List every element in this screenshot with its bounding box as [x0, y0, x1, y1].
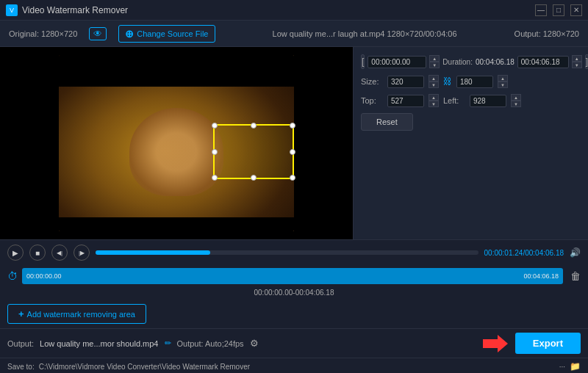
top-up[interactable]: ▲ [429, 94, 439, 101]
svg-marker-0 [483, 335, 508, 352]
output-filename: Low quality me...mor should.mp4 [40, 339, 158, 348]
play-button[interactable]: ▶ [7, 245, 24, 261]
add-watermark-button[interactable]: + Add watermark removing area [7, 304, 146, 324]
frame-back-button[interactable]: ◀| [51, 245, 68, 261]
timeline-icon: ⏱ [7, 270, 18, 282]
add-watermark-section: + Add watermark removing area [0, 300, 588, 328]
eye-icon: 👁 [93, 29, 102, 39]
duration-label: Duration: [442, 58, 473, 66]
title-bar: V Video Watermark Remover — □ ✕ [0, 0, 588, 21]
reset-button[interactable]: Reset [361, 113, 413, 131]
close-button[interactable]: ✕ [570, 4, 582, 16]
output-settings-label: Output: Auto;24fps [177, 339, 244, 348]
video-preview [0, 47, 353, 239]
height-down[interactable]: ▼ [498, 82, 508, 88]
end-time-down[interactable]: ▼ [572, 62, 582, 68]
left-input[interactable] [470, 95, 506, 107]
handle-bottom-left[interactable] [212, 175, 218, 181]
left-up[interactable]: ▲ [511, 94, 521, 101]
add-watermark-label: Add watermark removing area [27, 310, 135, 319]
handle-bottom-mid[interactable] [251, 175, 257, 181]
handle-mid-right[interactable] [290, 149, 295, 155]
delete-timeline-button[interactable]: 🗑 [570, 270, 581, 282]
bottom-bar: Output: Low quality me...mor should.mp4 … [0, 328, 588, 358]
export-button[interactable]: Export [515, 333, 581, 354]
playback-section: ▶ ■ ◀| |▶ 00:00:01.24/00:04:06.18 🔊 [0, 239, 588, 265]
timeline-end-time: 00:04:06.18 [523, 272, 559, 280]
time-display: 00:00:01.24/00:04:06.18 [484, 249, 564, 257]
width-down[interactable]: ▼ [429, 82, 439, 88]
width-up[interactable]: ▲ [429, 75, 439, 82]
width-input[interactable] [387, 76, 424, 88]
more-options-button[interactable]: ··· [559, 363, 565, 371]
save-to-label: Save to: [7, 363, 35, 371]
volume-button[interactable]: 🔊 [570, 247, 581, 258]
original-resolution-label: Original: 1280×720 [9, 29, 77, 38]
app-title: Video Watermark Remover [22, 5, 128, 15]
minimize-button[interactable]: — [535, 4, 547, 16]
edit-filename-button[interactable]: ✏ [165, 338, 171, 348]
add-plus-icon: + [18, 308, 24, 319]
height-input[interactable] [456, 76, 493, 88]
timeline-start-time: 00:00:00.00 [26, 272, 62, 280]
toolbar: Original: 1280×720 👁 ⊕ Change Source Fil… [0, 21, 588, 47]
width-spinner: ▲ ▼ [429, 75, 439, 88]
height-up[interactable]: ▲ [498, 75, 508, 82]
frame-next-button[interactable]: |▶ [74, 245, 90, 261]
timeline-time-display: 00:00:00.00-00:04:06.18 [0, 287, 588, 300]
play-icon: ▶ [12, 249, 18, 257]
plus-icon: ⊕ [125, 28, 134, 40]
top-down[interactable]: ▼ [429, 101, 439, 107]
handle-mid-left[interactable] [212, 149, 218, 155]
eye-button[interactable]: 👁 [89, 27, 107, 40]
bracket-right-button[interactable]: ] [585, 54, 588, 69]
folder-button[interactable]: 📁 [570, 361, 581, 372]
size-label: Size: [361, 77, 383, 86]
stop-icon: ■ [35, 249, 40, 257]
link-icon[interactable]: ⛓ [443, 76, 452, 87]
progress-bar[interactable] [96, 250, 478, 255]
start-time-input[interactable] [368, 56, 426, 68]
handle-bottom-right[interactable] [290, 175, 295, 181]
file-info-label: Low quality me...r laugh at.mp4 1280×720… [227, 29, 503, 38]
left-down[interactable]: ▼ [511, 101, 521, 107]
frame-next-icon: |▶ [79, 250, 85, 256]
output-resolution-label: Output: 1280×720 [514, 29, 579, 38]
bracket-left-button[interactable]: [ [361, 54, 365, 69]
end-time-up[interactable]: ▲ [572, 55, 582, 62]
change-source-button[interactable]: ⊕ Change Source File [118, 25, 215, 43]
controls-panel: [ ▲ ▼ Duration: 00:04:06.18 ▲ ▼ ] Size: … [353, 47, 588, 239]
handle-top-left[interactable] [212, 123, 218, 128]
handle-top-mid[interactable] [251, 123, 257, 128]
watermark-selection-box[interactable] [213, 124, 294, 179]
title-bar-left: V Video Watermark Remover [6, 4, 128, 16]
gear-button[interactable]: ⚙ [250, 338, 259, 349]
duration-value: 00:04:06.18 [476, 58, 514, 66]
window-controls: — □ ✕ [535, 4, 582, 16]
timeline-section: ⏱ 00:00:00.00 00:04:06.18 🗑 [0, 265, 588, 287]
playback-controls: ▶ ■ ◀| |▶ 00:00:01.24/00:04:06.18 🔊 [7, 245, 581, 261]
save-path-display: C:\Vidmore\Vidmore Video Converter\Video… [39, 363, 555, 371]
progress-fill [96, 250, 210, 255]
current-time: 00:00:01.24 [484, 249, 523, 257]
time-range-row: [ ▲ ▼ Duration: 00:04:06.18 ▲ ▼ ] [361, 54, 581, 69]
top-spinner: ▲ ▼ [429, 94, 439, 107]
left-spinner: ▲ ▼ [511, 94, 521, 107]
frame-back-icon: ◀| [57, 250, 62, 256]
main-content: [ ▲ ▼ Duration: 00:04:06.18 ▲ ▼ ] Size: … [0, 47, 588, 239]
handle-top-right[interactable] [290, 123, 295, 128]
timeline-range-display: 00:00:00.00-00:04:06.18 [254, 289, 334, 297]
top-input[interactable] [387, 95, 424, 107]
timeline-bar[interactable]: 00:00:00.00 00:04:06.18 [22, 268, 563, 284]
size-row: Size: ▲ ▼ ⛓ ▲ ▼ [361, 75, 581, 88]
start-time-down[interactable]: ▼ [429, 62, 440, 68]
start-time-up[interactable]: ▲ [429, 55, 440, 62]
stop-button[interactable]: ■ [29, 245, 46, 261]
output-label: Output: [7, 339, 34, 348]
end-time-input[interactable] [517, 56, 569, 68]
video-subject [129, 108, 223, 196]
change-source-label: Change Source File [137, 29, 208, 38]
arrow-icon [480, 333, 509, 354]
maximize-button[interactable]: □ [553, 4, 564, 16]
height-spinner: ▲ ▼ [498, 75, 508, 88]
